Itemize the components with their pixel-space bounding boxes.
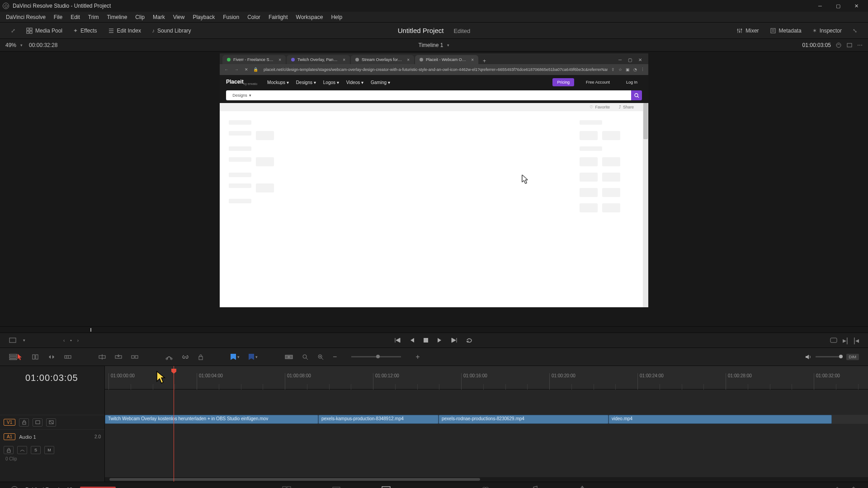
edit-index-button[interactable]: Edit Index	[103, 23, 146, 39]
video-track-lane[interactable]: Twitch Webcam Overlay kostenlos herunter…	[105, 415, 868, 424]
bypass-grades-icon[interactable]	[835, 42, 842, 48]
mute-button[interactable]: M	[44, 446, 54, 454]
loop-button[interactable]	[466, 338, 473, 343]
metadata-button[interactable]: Metadata	[764, 23, 807, 39]
step-back-button[interactable]	[410, 338, 415, 343]
audio-track-lane[interactable]	[105, 429, 868, 442]
window-close-button[interactable]: ✕	[847, 1, 865, 11]
home-button[interactable]	[834, 486, 841, 488]
media-page-button[interactable]	[282, 486, 291, 488]
audio-track-header[interactable]: A1 Audio 1 2.0	[0, 429, 104, 444]
volume-slider[interactable]	[816, 356, 843, 357]
playhead[interactable]	[174, 366, 174, 482]
menu-file[interactable]: File	[50, 12, 66, 23]
track-auto-select-button[interactable]	[33, 418, 42, 427]
menu-trim[interactable]: Trim	[84, 12, 103, 23]
step-forward-button[interactable]: ▸|	[843, 336, 848, 345]
dim-button[interactable]: DIM	[846, 354, 859, 360]
insert-clip-button[interactable]	[99, 354, 106, 360]
timeline-tracks[interactable]: 01:00:00:0001:00:04:0001:00:08:0001:00:1…	[105, 366, 868, 482]
match-frame-button[interactable]	[830, 338, 837, 343]
timeline-ruler[interactable]: 01:00:00:0001:00:04:0001:00:08:0001:00:1…	[105, 366, 868, 389]
audio-lock-button[interactable]	[4, 446, 14, 454]
solo-button[interactable]: S	[31, 446, 41, 454]
zoom-out-button[interactable]: −	[333, 353, 337, 361]
single-viewer-icon[interactable]	[846, 42, 853, 48]
overwrite-clip-button[interactable]	[115, 354, 122, 360]
timeline-clip[interactable]: pexels-kampus-production-8348912.mp4	[318, 415, 439, 424]
fusion-page-button[interactable]	[431, 486, 440, 488]
search-button[interactable]	[302, 354, 308, 360]
menu-help[interactable]: Help	[327, 12, 346, 23]
audio-track-badge[interactable]: A1	[4, 433, 15, 440]
timeline-clip[interactable]: Twitch Webcam Overlay kostenlos herunter…	[105, 415, 318, 424]
horizontal-scrollbar[interactable]	[105, 477, 868, 482]
cut-page-button[interactable]	[332, 486, 341, 488]
trim-tool[interactable]	[32, 354, 39, 360]
viewer-scrub-bar[interactable]	[0, 326, 868, 333]
blade-tool[interactable]	[64, 354, 71, 360]
deliver-page-button[interactable]	[579, 486, 586, 488]
media-pool-button[interactable]: Media Pool	[21, 23, 68, 39]
next-clip-button[interactable]: ›	[77, 338, 79, 343]
zoom-tool[interactable]	[317, 354, 324, 360]
timeline-timecode[interactable]: 01:00:03:05	[0, 366, 104, 389]
audio-monitor-icon[interactable]	[805, 354, 812, 360]
link-button[interactable]	[182, 355, 189, 359]
video-track-badge[interactable]: V1	[4, 419, 15, 426]
record-timecode[interactable]: 01:00:03:05	[802, 42, 831, 48]
viewer-options-icon[interactable]: ⋯	[857, 42, 863, 48]
timeline-name-dropdown[interactable]: Timeline 1▾	[419, 42, 450, 48]
audio-curve-button[interactable]	[17, 446, 27, 454]
play-button[interactable]	[437, 338, 442, 343]
zoom-slider[interactable]	[351, 356, 401, 357]
go-to-start-button[interactable]	[395, 338, 401, 343]
menu-mark[interactable]: Mark	[149, 12, 169, 23]
chevron-down-icon[interactable]: ▾	[23, 338, 25, 343]
sound-library-button[interactable]: ♪Sound Library	[146, 23, 197, 39]
stop-button[interactable]	[424, 338, 428, 343]
zoom-in-button[interactable]: +	[415, 353, 420, 361]
replace-clip-button[interactable]	[131, 354, 138, 360]
step-back-end-button[interactable]: |◂	[854, 336, 859, 345]
menu-fairlight[interactable]: Fairlight	[264, 12, 292, 23]
menu-clip[interactable]: Clip	[131, 12, 149, 23]
timeline-clip[interactable]: pexels-rodnae-productions-8230629.mp4	[439, 415, 609, 424]
menu-timeline[interactable]: Timeline	[103, 12, 131, 23]
razor-button[interactable]	[165, 354, 173, 360]
menu-davinci-resolve[interactable]: DaVinci Resolve	[2, 12, 50, 23]
zoom-dropdown[interactable]: 49%▾	[5, 42, 23, 48]
menu-color[interactable]: Color	[243, 12, 264, 23]
menu-view[interactable]: View	[169, 12, 189, 23]
fairlight-page-button[interactable]	[531, 486, 538, 488]
window-maximize-button[interactable]: ▢	[829, 1, 847, 11]
color-page-button[interactable]	[481, 486, 490, 488]
flag-dropdown[interactable]: ▾	[231, 354, 240, 360]
go-to-end-button[interactable]	[451, 338, 457, 343]
menu-edit[interactable]: Edit	[66, 12, 84, 23]
track-lock-button[interactable]	[19, 418, 29, 427]
dynamic-trim-tool[interactable]	[48, 354, 55, 360]
expand-right-button[interactable]: ⤡	[847, 23, 863, 39]
menu-playback[interactable]: Playback	[189, 12, 219, 23]
inspector-button[interactable]: ✶Inspector	[807, 23, 847, 39]
marker-dropdown[interactable]: ▾	[249, 354, 258, 360]
viewer-mode-button[interactable]	[9, 338, 16, 343]
prev-clip-button[interactable]: ‹	[63, 338, 65, 343]
timeline-view-options-button[interactable]	[9, 354, 17, 360]
window-minimize-button[interactable]: ─	[811, 1, 829, 11]
effects-button[interactable]: ✦Effects	[68, 23, 102, 39]
viewer-canvas[interactable]: Fiverr - Freelance Services Mark…× Twitc…	[220, 53, 648, 307]
selection-tool[interactable]	[17, 353, 23, 361]
snapping-button[interactable]: ⌑	[285, 354, 293, 360]
expand-button[interactable]: ⤢	[5, 23, 21, 39]
track-disable-button[interactable]	[46, 418, 56, 427]
menu-workspace[interactable]: Workspace	[292, 12, 327, 23]
video-track-header[interactable]: V1	[0, 415, 104, 429]
project-settings-button[interactable]	[850, 486, 857, 488]
timeline-clip[interactable]: video.mp4	[609, 415, 832, 424]
menu-fusion[interactable]: Fusion	[219, 12, 243, 23]
position-lock-button[interactable]	[198, 354, 203, 360]
edit-page-button[interactable]	[382, 486, 391, 488]
mixer-button[interactable]: Mixer	[731, 23, 764, 39]
